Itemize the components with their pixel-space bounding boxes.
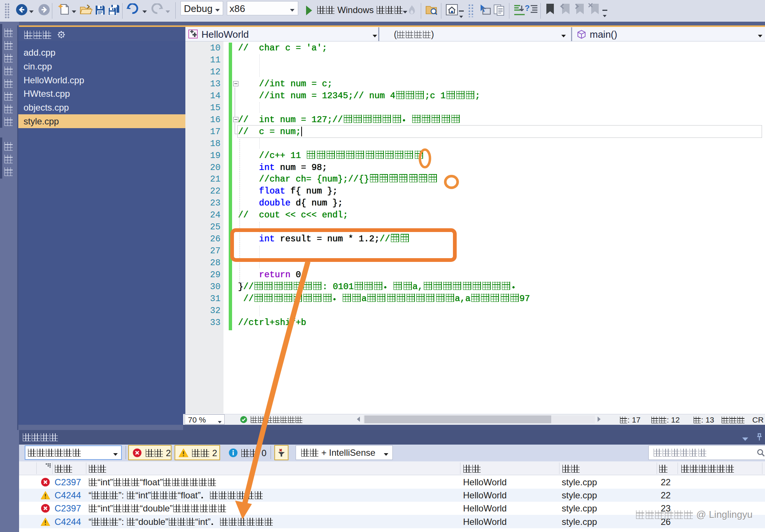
svg-text:?: ? [525, 3, 530, 13]
